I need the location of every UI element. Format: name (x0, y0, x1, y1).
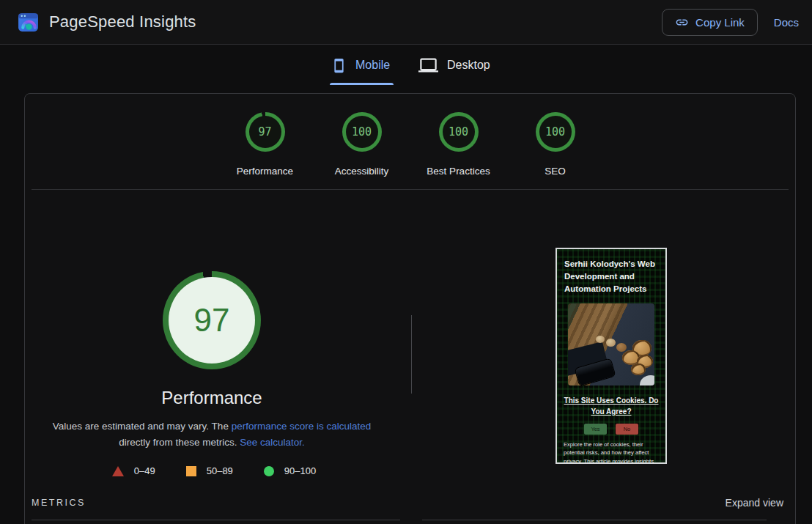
accessibility-score-label: Accessibility (335, 166, 389, 177)
thumbnail-content: Serhii Kolodych's Web Development and Au… (557, 249, 665, 462)
best-practices-score-value: 100 (449, 125, 468, 139)
performance-score-ring: 97 (246, 112, 285, 152)
copy-link-button[interactable]: Copy Link (662, 9, 758, 36)
photo-cookie (631, 364, 646, 375)
score-calculation-link[interactable]: performance score is calculated (232, 421, 372, 432)
score-item-accessibility[interactable]: 100 Accessibility (314, 112, 410, 177)
disclaimer-text-before: Values are estimated and may vary. The (53, 421, 232, 432)
cookie-consent-heading: This Site Uses Cookies. Do You Agree? (561, 395, 661, 417)
performance-section-title: Performance (102, 388, 322, 408)
tab-desktop-label: Desktop (447, 59, 490, 72)
performance-gauge-value: 97 (194, 302, 230, 339)
seo-score-label: SEO (545, 166, 566, 177)
link-icon (675, 15, 689, 29)
average-range-label: 50–89 (207, 465, 233, 476)
legend-item-pass: 90–100 (264, 465, 316, 476)
expand-view-button[interactable]: Expand view (726, 497, 783, 509)
site-title: Serhii Kolodych's Web Development and Au… (564, 258, 658, 295)
pass-range-label: 90–100 (284, 465, 316, 476)
score-item-seo[interactable]: 100 SEO (507, 112, 604, 177)
average-square-icon (186, 466, 196, 476)
best-practices-score-ring: 100 (439, 112, 479, 152)
app-header: PageSpeed Insights Copy Link Docs (0, 0, 812, 45)
fail-triangle-icon (112, 466, 124, 476)
app-title: PageSpeed Insights (49, 12, 196, 32)
cookie-consent-buttons: Yes No (557, 424, 665, 435)
seo-score-value: 100 (545, 125, 565, 139)
cookies-photo (568, 303, 654, 385)
copy-link-label: Copy Link (695, 16, 745, 29)
laptop-icon (418, 56, 438, 75)
header-actions: Copy Link Docs (662, 9, 799, 36)
cookie-no-button: No (616, 424, 638, 435)
performance-gauge: 97 (163, 271, 261, 369)
tab-mobile[interactable]: Mobile (331, 49, 390, 81)
active-tab-indicator (330, 83, 394, 85)
see-calculator-link[interactable]: See calculator. (240, 437, 305, 448)
metric-column-divider-right (422, 520, 767, 520)
disclaimer-text-middle: directly from these metrics. (119, 437, 240, 448)
accessibility-score-value: 100 (352, 125, 372, 139)
tab-mobile-label: Mobile (355, 59, 390, 72)
smartphone-icon (331, 56, 347, 75)
metric-column-divider-left (32, 520, 400, 520)
cookie-article-text: Explore the role of cookies, their poten… (564, 440, 659, 464)
docs-link[interactable]: Docs (774, 16, 799, 29)
fail-range-label: 0–49 (134, 465, 155, 476)
legend-item-fail: 0–49 (112, 465, 155, 476)
seo-score-ring: 100 (536, 112, 575, 152)
tab-desktop[interactable]: Desktop (418, 49, 490, 81)
score-item-best-practices[interactable]: 100 Best Practices (410, 112, 507, 177)
score-disclaimer: Values are estimated and may vary. The p… (40, 418, 384, 451)
accessibility-score-ring: 100 (342, 112, 382, 152)
score-legend: 0–49 50–89 90–100 (43, 465, 385, 476)
device-tabs: Mobile Desktop (0, 45, 812, 89)
pagespeed-insights-app: PageSpeed Insights Copy Link Docs Mobile (0, 0, 812, 524)
metrics-section-label: METRICS (32, 498, 86, 508)
score-summary-row: 97 Performance 100 Accessibility 100 Bes… (25, 112, 795, 177)
vertical-divider (411, 315, 412, 394)
score-item-performance[interactable]: 97 Performance (217, 112, 314, 177)
performance-score-value: 97 (258, 125, 271, 139)
page-screenshot-thumbnail[interactable]: Serhii Kolodych's Web Development and Au… (556, 248, 667, 464)
score-row-divider (32, 189, 789, 190)
app-logo[interactable]: PageSpeed Insights (16, 10, 196, 34)
photo-walnut (606, 339, 616, 347)
best-practices-score-label: Best Practices (427, 166, 490, 177)
performance-score-label: Performance (237, 166, 293, 177)
legend-item-average: 50–89 (186, 465, 233, 476)
photo-walnut (596, 336, 605, 343)
photo-walnut (616, 343, 627, 352)
cookie-yes-button: Yes (584, 424, 607, 435)
report-card: 97 Performance 100 Accessibility 100 Bes… (24, 93, 796, 524)
pass-circle-icon (264, 466, 274, 476)
pagespeed-logo-icon (16, 10, 40, 34)
